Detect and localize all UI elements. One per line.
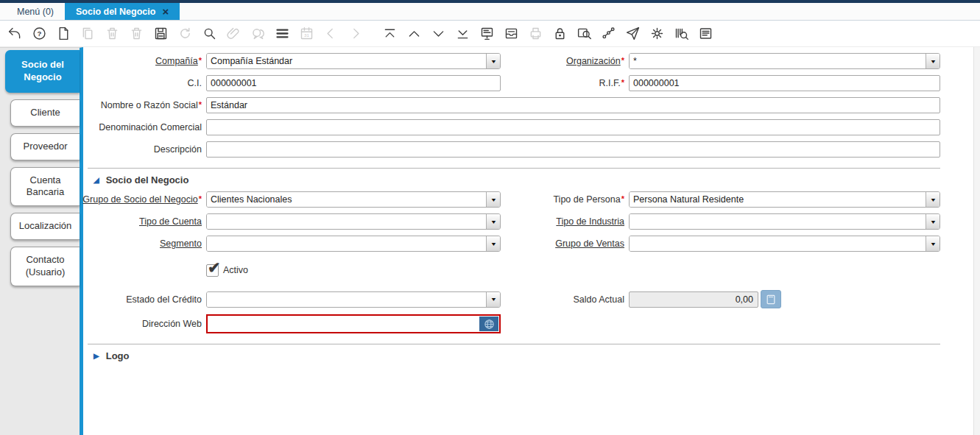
product-info-icon[interactable] — [674, 26, 689, 41]
field-label-organizacion[interactable]: Organización* — [566, 56, 624, 66]
chevron-down-icon[interactable]: ▼ — [486, 292, 500, 307]
next-record-icon[interactable] — [431, 26, 446, 41]
checkmark-icon: ✔ — [208, 259, 221, 277]
tipo-cuenta-combobox[interactable]: ▼ — [206, 213, 501, 230]
field-label-ci: C.I. — [188, 78, 202, 88]
find-icon[interactable] — [202, 26, 217, 41]
segmento-combobox[interactable]: ▼ — [206, 236, 501, 252]
first-record-icon[interactable] — [382, 26, 398, 41]
tab-menu[interactable]: Menú (0) — [6, 3, 65, 20]
attachment-icon — [226, 26, 242, 41]
open-url-button[interactable] — [479, 316, 498, 331]
copy-record-icon — [80, 26, 96, 41]
segmento-input[interactable] — [207, 236, 486, 251]
nombre-input[interactable] — [206, 97, 940, 113]
window-tab-bar: Menú (0) Socio del Negocio × — [0, 3, 980, 21]
descripcion-input[interactable] — [206, 141, 940, 158]
tab-menu-label: Menú (0) — [17, 7, 54, 17]
help-icon[interactable]: ? — [32, 26, 47, 41]
globe-icon — [484, 319, 495, 330]
compania-input[interactable] — [207, 54, 486, 68]
organizacion-input[interactable] — [630, 54, 926, 68]
field-label-segmento[interactable]: Segmento — [160, 238, 202, 249]
collapse-expanded-icon[interactable]: ◢ — [94, 177, 99, 184]
ci-input[interactable] — [206, 75, 501, 91]
required-marker: * — [621, 78, 624, 87]
tipo-industria-input[interactable] — [630, 214, 926, 229]
grupo-ventas-combobox[interactable]: ▼ — [629, 236, 940, 252]
svg-text:31: 31 — [304, 32, 309, 38]
compania-combobox[interactable]: ▼ — [206, 53, 501, 69]
chevron-down-icon[interactable]: ▼ — [486, 54, 500, 68]
field-label-saldo-actual: Saldo Actual — [574, 294, 625, 305]
tipo-industria-combobox[interactable]: ▼ — [629, 213, 940, 230]
requests-icon: 31 — [299, 26, 314, 41]
grid-toggle-icon[interactable] — [275, 26, 290, 41]
chevron-down-icon[interactable]: ▼ — [486, 214, 500, 229]
close-icon[interactable]: × — [162, 6, 169, 17]
estado-credito-input[interactable] — [207, 292, 486, 307]
workflow-icon[interactable] — [601, 26, 616, 41]
form-area: Compañía* ▼ Organización* ▼ C.I. R.I.F.*… — [83, 47, 980, 435]
vertical-scrollbar[interactable] — [973, 47, 980, 435]
new-record-icon[interactable] — [56, 26, 71, 41]
tipo-cuenta-input[interactable] — [207, 214, 486, 229]
grupo-ventas-input[interactable] — [630, 236, 926, 251]
chat-icon — [250, 26, 266, 41]
chevron-down-icon[interactable]: ▼ — [926, 236, 940, 251]
svg-text:?: ? — [38, 29, 42, 38]
field-label-denominacion: Denominación Comercial — [99, 122, 202, 132]
chevron-down-icon[interactable]: ▼ — [926, 214, 940, 229]
report-icon[interactable] — [479, 26, 495, 41]
tipo-persona-combobox[interactable]: ▼ — [629, 191, 940, 208]
organizacion-combobox[interactable]: ▼ — [629, 53, 940, 69]
sidebar-tab-cliente[interactable]: Cliente — [10, 99, 80, 127]
field-label-compania[interactable]: Compañía* — [155, 56, 202, 66]
refresh-icon — [177, 26, 193, 41]
section-header-logo[interactable]: ▶ Logo — [88, 344, 940, 367]
activo-checkbox[interactable]: ✔ — [206, 264, 219, 277]
archive-icon[interactable] — [504, 26, 519, 41]
tipo-persona-input[interactable] — [630, 192, 926, 207]
field-label-tipo-cuenta[interactable]: Tipo de Cuenta — [139, 216, 202, 227]
save-icon[interactable] — [153, 26, 169, 41]
saldo-actual-input — [629, 291, 758, 308]
sidebar-tab-socio-del-negocio[interactable]: Socio del Negocio — [5, 50, 80, 93]
tab-socio-del-negocio[interactable]: Socio del Negocio × — [65, 3, 180, 20]
chevron-down-icon[interactable]: ▼ — [926, 192, 940, 207]
section-header-socio-del-negocio[interactable]: ◢ Socio del Negocio — [88, 169, 940, 191]
grupo-socio-input[interactable] — [207, 192, 486, 207]
rif-input[interactable] — [629, 75, 940, 91]
denominacion-input[interactable] — [206, 119, 940, 135]
collapse-collapsed-icon[interactable]: ▶ — [94, 353, 99, 360]
field-label-descripcion: Descripción — [154, 144, 202, 155]
quick-form-icon[interactable] — [698, 26, 713, 41]
activo-label: Activo — [223, 265, 248, 275]
calculator-icon — [766, 294, 776, 305]
chevron-down-icon[interactable]: ▼ — [926, 54, 940, 68]
undo-icon[interactable] — [7, 26, 23, 41]
sidebar-tab-proveedor[interactable]: Proveedor — [10, 133, 80, 160]
last-record-icon[interactable] — [455, 26, 470, 41]
share-icon[interactable] — [625, 26, 641, 41]
sidebar-tab-cuenta-bancaria[interactable]: Cuenta Bancaria — [10, 167, 80, 207]
required-marker: * — [199, 56, 202, 65]
field-label-tipo-industria[interactable]: Tipo de Industria — [556, 216, 624, 227]
preferences-icon[interactable] — [649, 26, 665, 41]
chevron-down-icon[interactable]: ▼ — [486, 192, 500, 207]
field-label-grupo-socio[interactable]: Grupo de Socio del Negocio* — [82, 194, 202, 205]
previous-record-icon[interactable] — [406, 26, 422, 41]
grupo-socio-combobox[interactable]: ▼ — [206, 191, 501, 208]
chevron-down-icon[interactable]: ▼ — [486, 236, 500, 251]
field-label-grupo-ventas[interactable]: Grupo de Ventas — [555, 238, 624, 249]
estado-credito-combobox[interactable]: ▼ — [206, 291, 501, 308]
zoom-across-icon[interactable] — [577, 26, 592, 41]
required-marker: * — [199, 100, 202, 109]
calculator-button[interactable] — [761, 290, 781, 308]
lock-icon[interactable] — [552, 26, 568, 41]
section-title: Logo — [106, 350, 130, 361]
direccion-web-input[interactable] — [208, 316, 479, 332]
sidebar-tab-localizacion[interactable]: Localización — [10, 213, 80, 240]
sidebar-tab-contacto-usuario[interactable]: Contacto (Usuario) — [10, 247, 80, 286]
field-label-tipo-persona: Tipo de Persona* — [553, 194, 624, 205]
